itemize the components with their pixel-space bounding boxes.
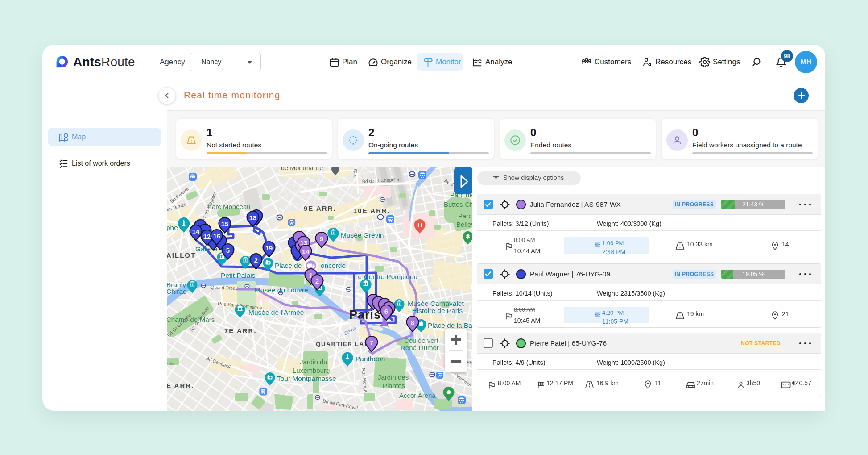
svg-text:Coulée vert: Coulée vert bbox=[404, 337, 439, 344]
svg-text:Place de la Ba: Place de la Ba bbox=[428, 321, 472, 329]
svg-text:16: 16 bbox=[213, 232, 221, 240]
svg-text:de Montmartre: de Montmartre bbox=[281, 167, 323, 171]
svg-text:Quai d'Orsay: Quai d'Orsay bbox=[211, 284, 238, 291]
svg-text:8: 8 bbox=[411, 319, 414, 326]
svg-text:Jardin des: Jardin des bbox=[378, 373, 409, 381]
svg-text:Plantes: Plantes bbox=[383, 382, 405, 389]
svg-text:2: 2 bbox=[315, 277, 319, 285]
svg-text:1: 1 bbox=[785, 383, 787, 387]
svg-text:H: H bbox=[417, 221, 422, 229]
svg-text:QUARTIER LAT: QUARTIER LAT bbox=[316, 341, 368, 347]
svg-text:Jardin du: Jardin du bbox=[300, 358, 327, 366]
svg-text:Tour Montparnasse: Tour Montparnasse bbox=[277, 375, 336, 382]
svg-text:Champ-de-Mars: Champ-de-Mars bbox=[167, 316, 215, 323]
svg-text:14: 14 bbox=[192, 228, 200, 235]
svg-text:9: 9 bbox=[320, 235, 323, 242]
svg-text:Musée Grévin: Musée Grévin bbox=[341, 231, 384, 239]
svg-text:15: 15 bbox=[221, 220, 229, 228]
svg-text:oncorde: oncorde bbox=[321, 262, 346, 269]
svg-text:Parc: Parc bbox=[458, 212, 472, 220]
svg-text:Accor Arena: Accor Arena bbox=[399, 392, 436, 399]
svg-text:2: 2 bbox=[254, 256, 258, 264]
svg-text:18: 18 bbox=[249, 214, 257, 221]
svg-text:phe: phe bbox=[167, 224, 178, 231]
svg-text:Parc Monceau: Parc Monceau bbox=[207, 203, 251, 210]
svg-text:Panthéon: Panthéon bbox=[355, 355, 385, 363]
svg-text:6: 6 bbox=[384, 308, 388, 315]
svg-text:5: 5 bbox=[226, 246, 230, 254]
svg-text:9E ARR.: 9E ARR. bbox=[304, 205, 336, 212]
svg-text:Le Centre Pompidou: Le Centre Pompidou bbox=[354, 273, 417, 280]
svg-text:AILLOT: AILLOT bbox=[167, 251, 196, 259]
svg-text:- Histoire de Paris: - Histoire de Paris bbox=[408, 307, 463, 314]
svg-text:Place de: Place de bbox=[275, 262, 302, 269]
svg-text:René-Dumor: René-Dumor bbox=[401, 344, 439, 351]
svg-text:10E ARR.: 10E ARR. bbox=[353, 207, 390, 214]
svg-text:ola: ola bbox=[167, 361, 174, 366]
svg-text:12: 12 bbox=[203, 233, 211, 240]
svg-text:Chirac: Chirac bbox=[167, 288, 186, 295]
svg-text:rbès: rbès bbox=[351, 168, 358, 178]
svg-text:Buttes-Chau: Buttes-Chau bbox=[444, 200, 472, 208]
svg-text:Bellev: Bellev bbox=[456, 221, 472, 228]
svg-text:14: 14 bbox=[302, 248, 310, 255]
svg-text:7: 7 bbox=[370, 339, 373, 346]
svg-text:Petit Palais: Petit Palais bbox=[221, 271, 256, 279]
svg-text:Musée Carnavalet: Musée Carnavalet bbox=[408, 300, 464, 307]
svg-text:7E ARR.: 7E ARR. bbox=[224, 327, 257, 334]
svg-text:Musée de l'Armée: Musée de l'Armée bbox=[248, 309, 304, 316]
svg-text:Luxembourg: Luxembourg bbox=[293, 367, 330, 374]
svg-text:E ARR.: E ARR. bbox=[167, 382, 194, 389]
svg-text:19: 19 bbox=[265, 244, 273, 252]
